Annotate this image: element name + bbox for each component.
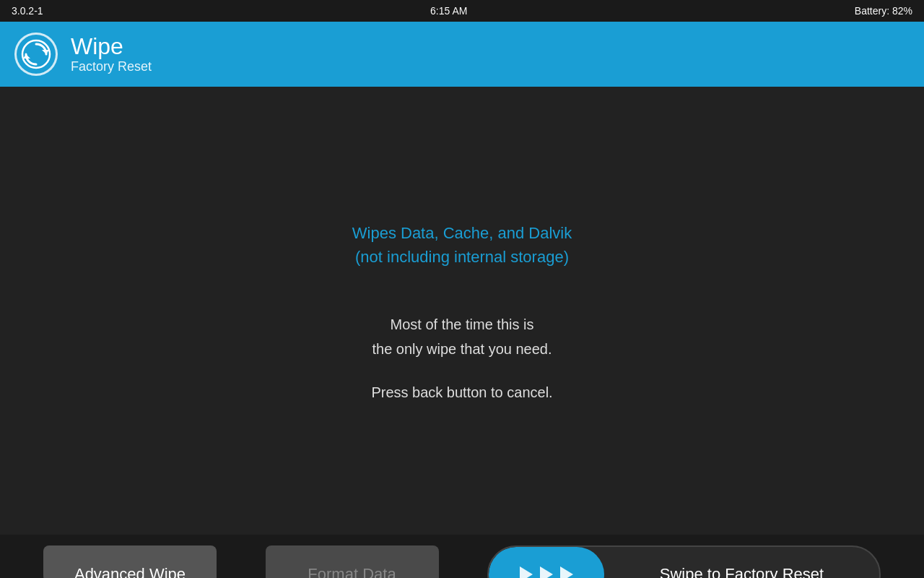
action-bar: Advanced Wipe Format Data Swipe to Facto… [0,535,924,578]
advanced-wipe-label: Advanced Wipe [74,565,186,578]
description-blue: Wipes Data, Cache, and Dalvik (not inclu… [352,221,572,269]
swipe-arrows-area [489,547,604,578]
info-line1: Most of the time this is [372,312,552,337]
arrow-1-icon [520,566,533,578]
advanced-wipe-button[interactable]: Advanced Wipe [43,545,217,578]
page-subtitle: Factory Reset [71,59,152,74]
page-title: Wipe [71,34,152,59]
format-data-button[interactable]: Format Data [266,545,439,578]
format-data-label: Format Data [308,565,396,578]
version-text: 3.0.2-1 [12,5,43,17]
arrow-2-icon [540,566,553,578]
swipe-factory-reset-button[interactable]: Swipe to Factory Reset [487,545,881,578]
time-text: 6:15 AM [430,5,467,17]
swipe-label: Swipe to Factory Reset [604,565,879,578]
description-line1: Wipes Data, Cache, and Dalvik [352,221,572,245]
battery-text: Battery: 82% [855,5,912,17]
main-content: Wipes Data, Cache, and Dalvik (not inclu… [0,87,924,535]
twrp-logo-icon [20,38,52,70]
arrow-3-icon [560,566,573,578]
header: Wipe Factory Reset [0,22,924,87]
header-text-block: Wipe Factory Reset [71,34,152,74]
info-text: Most of the time this is the only wipe t… [372,312,552,361]
app-logo [14,33,58,76]
description-line2: (not including internal storage) [352,245,572,269]
cancel-note: Press back button to cancel. [371,384,552,401]
status-bar: 3.0.2-1 6:15 AM Battery: 82% [0,0,924,22]
info-line2: the only wipe that you need. [372,337,552,361]
